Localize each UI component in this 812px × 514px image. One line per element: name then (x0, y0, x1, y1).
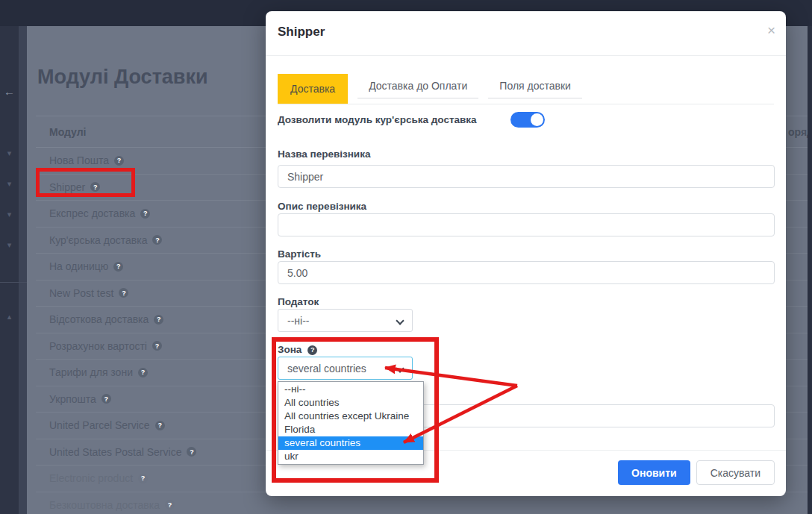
sidebar-scroll-strip[interactable] (19, 26, 27, 514)
admin-shipping-modules-page: ← ▾ ▾ ▾ ▾ ▴ Модулі Доставки Модулі оряд … (0, 0, 812, 514)
module-row-label: На одиницю (49, 260, 108, 272)
carrier-description-label: Опис перевізника (278, 201, 366, 212)
help-question-icon[interactable]: ? (119, 288, 128, 298)
zone-dropdown-option[interactable]: Florida (278, 423, 423, 436)
zone-dropdown-list: --ні-- All countries All countries excep… (278, 381, 424, 465)
module-row-label: United States Postal Service (49, 446, 181, 458)
zone-label: Зона ? (278, 344, 317, 355)
help-question-icon[interactable]: ? (138, 368, 148, 377)
help-question-icon[interactable]: ? (187, 447, 196, 457)
help-question-icon[interactable]: ? (307, 345, 317, 355)
tab-label: Поля доставки (499, 80, 571, 92)
module-row-label: United Parcel Service (49, 419, 150, 431)
module-row-label: Експрес доставка (49, 207, 135, 219)
help-question-icon[interactable]: ? (90, 182, 100, 192)
tab[interactable]: Доставка до Оплати (357, 74, 478, 98)
page-title: Модулі Доставки (37, 66, 208, 89)
sidebar (0, 26, 19, 514)
module-row-label: Безкоштовна доставка (49, 499, 160, 511)
update-button[interactable]: Оновити (618, 460, 690, 485)
help-question-icon[interactable]: ? (102, 394, 111, 404)
zone-dropdown-option[interactable]: All countries except Ukraine (278, 410, 423, 423)
close-icon[interactable]: × (767, 23, 775, 37)
tab-label: Доставка до Оплати (369, 80, 467, 92)
chevron-down-icon (396, 364, 404, 372)
chevron-up-icon[interactable]: ▴ (0, 312, 19, 322)
help-question-icon[interactable]: ? (155, 421, 165, 430)
sidebar-divider (0, 282, 27, 283)
module-row-label: New Post test (49, 287, 113, 299)
enable-module-label: Дозволити модуль кур'єрська доставка (278, 114, 477, 125)
enable-module-row: Дозволити модуль кур'єрська доставка (278, 112, 545, 128)
module-row-label: Укрпошта (49, 393, 96, 405)
tax-label: Податок (278, 296, 319, 307)
enable-module-toggle[interactable] (510, 112, 545, 128)
module-row-label: Відсоткова доставка (49, 313, 149, 325)
zone-dropdown-option[interactable]: ukr (278, 450, 423, 463)
module-row-label: Shipper (49, 181, 85, 193)
chevron-down-icon[interactable]: ▾ (0, 145, 19, 176)
tab-label: Доставка (290, 83, 335, 95)
tab[interactable]: Поля доставки (488, 74, 582, 98)
toggle-knob (531, 113, 543, 126)
module-row-label: Нова Пошта (49, 154, 109, 166)
help-question-icon[interactable]: ? (165, 500, 175, 510)
modal-tabs: Доставка Доставка до Оплати Поля доставк… (278, 74, 774, 104)
modal-title: Shipper (278, 25, 325, 40)
chevron-down-icon[interactable]: ▾ (0, 237, 19, 268)
module-row-label: Electronic product (49, 472, 133, 484)
cost-label: Вартість (278, 248, 321, 260)
module-row-label: Кур'єрська доставка (49, 234, 147, 246)
modules-column-header: Модулі (36, 126, 86, 138)
help-question-icon[interactable]: ? (113, 262, 123, 272)
carrier-description-input[interactable] (278, 213, 775, 236)
zone-select[interactable]: several countries (278, 357, 413, 380)
chevron-down-icon[interactable]: ▾ (0, 207, 19, 237)
shipper-settings-modal: Shipper × Доставка Доставка до Оплати По… (266, 11, 786, 496)
help-question-icon[interactable]: ? (138, 474, 148, 483)
carrier-name-label: Назва перевізника (278, 148, 370, 160)
tax-select[interactable]: --ні-- (278, 309, 413, 332)
zone-select-value: several countries (287, 363, 366, 374)
help-question-icon[interactable]: ? (114, 156, 124, 166)
help-question-icon[interactable]: ? (154, 315, 163, 325)
back-arrow-icon[interactable]: ← (0, 86, 19, 97)
modal-header: Shipper × (266, 11, 786, 56)
zone-dropdown-option[interactable]: --ні-- (278, 383, 423, 396)
help-question-icon[interactable]: ? (152, 235, 162, 245)
chevron-down-icon[interactable]: ▾ (0, 176, 19, 207)
module-row-label: Тарифи для зони (49, 366, 133, 378)
help-question-icon[interactable]: ? (152, 341, 162, 351)
sidebar-menu-chevrons: ▾ ▾ ▾ ▾ (0, 145, 19, 268)
page-right-edge (808, 26, 812, 514)
tab[interactable]: Доставка (278, 74, 348, 104)
tax-select-value: --ні-- (287, 315, 310, 327)
cost-input[interactable] (278, 261, 775, 284)
chevron-down-icon (396, 316, 404, 325)
zone-dropdown-option[interactable]: several countries (278, 436, 423, 450)
help-question-icon[interactable]: ? (140, 209, 150, 219)
carrier-name-input[interactable] (278, 165, 775, 188)
zone-dropdown-option[interactable]: All countries (278, 396, 423, 410)
cancel-button[interactable]: Скасувати (696, 460, 775, 485)
module-row-label: Розрахунок вартості (49, 340, 147, 352)
